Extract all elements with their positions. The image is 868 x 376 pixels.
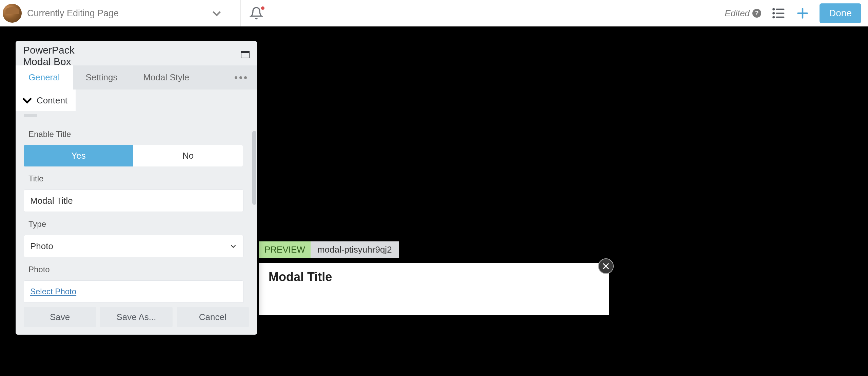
modal-preview-body (259, 291, 609, 315)
maximize-icon[interactable] (241, 51, 250, 58)
type-select-value: Photo (30, 241, 53, 252)
type-select[interactable]: Photo (24, 235, 243, 257)
enable-title-label: Enable Title (28, 130, 249, 139)
enable-title-toggle: Yes No (24, 145, 243, 166)
edited-label: Edited (725, 8, 750, 19)
form-area: Enable Title Yes No Title Modal Title Ty… (16, 119, 257, 303)
svg-point-2 (773, 13, 774, 14)
notifications-bell-icon[interactable] (249, 6, 264, 21)
modal-preview-title: Modal Title (269, 270, 599, 284)
preview-id: modal-ptisyuhr9qj2 (311, 241, 399, 258)
edited-status: Edited ? (725, 8, 761, 19)
tab-settings[interactable]: Settings (73, 65, 131, 90)
form-scrollbar[interactable] (252, 131, 256, 205)
section-label: Content (37, 95, 67, 106)
close-icon (602, 262, 610, 270)
notification-dot-icon (261, 6, 264, 10)
page-dropdown-chevron-icon[interactable] (209, 6, 224, 21)
title-input[interactable]: Modal Title (24, 190, 243, 212)
add-content-icon[interactable] (795, 6, 810, 21)
svg-point-0 (773, 9, 774, 10)
section-content[interactable]: Content (16, 90, 76, 111)
preview-region: PREVIEW modal-ptisyuhr9qj2 Modal Title (259, 241, 609, 315)
select-photo-link[interactable]: Select Photo (30, 287, 76, 296)
right-controls: Edited ? Done (725, 3, 868, 23)
svg-point-4 (773, 17, 774, 18)
modal-close-button[interactable] (598, 258, 614, 274)
panel-actions: Save Save As... Cancel (16, 303, 257, 335)
outline-panel-icon[interactable] (771, 6, 786, 21)
photo-select-area: Select Photo (24, 280, 243, 303)
enable-title-no-button[interactable]: No (133, 145, 243, 166)
current-page-label: Currently Editing Page (27, 8, 119, 19)
tab-more-icon[interactable] (224, 65, 257, 90)
panel-title: PowerPack Modal Box (23, 44, 75, 67)
title-input-value: Modal Title (30, 196, 73, 206)
top-toolbar: Currently Editing Page Edited ? Done (0, 0, 868, 26)
chevron-down-icon (230, 242, 237, 250)
panel-tabs: General Settings Modal Style (16, 65, 257, 90)
save-as-button[interactable]: Save As... (100, 307, 172, 327)
photo-field-label: Photo (28, 265, 249, 274)
notifications-region (241, 0, 272, 26)
tab-general[interactable]: General (16, 65, 73, 90)
panel-header[interactable]: PowerPack Modal Box (16, 41, 257, 65)
modal-preview: Modal Title (259, 263, 609, 315)
brand-region: Currently Editing Page (0, 0, 241, 26)
preview-badge: PREVIEW (259, 241, 311, 258)
builder-logo-icon[interactable] (3, 4, 22, 23)
type-field-label: Type (28, 219, 249, 229)
done-button[interactable]: Done (820, 3, 861, 23)
drag-handle-icon[interactable]: PowerPack Modal Box (23, 47, 31, 62)
section-handle (24, 114, 37, 117)
preview-tag: PREVIEW modal-ptisyuhr9qj2 (259, 241, 399, 258)
save-button[interactable]: Save (24, 307, 96, 327)
title-field-label: Title (28, 174, 249, 183)
edited-help-icon[interactable]: ? (752, 9, 761, 18)
enable-title-yes-button[interactable]: Yes (24, 145, 133, 166)
modal-preview-header: Modal Title (259, 263, 609, 291)
cancel-button[interactable]: Cancel (177, 307, 249, 327)
tab-modal-style[interactable]: Modal Style (130, 65, 202, 90)
settings-panel: PowerPack Modal Box General Settings Mod… (16, 41, 257, 335)
